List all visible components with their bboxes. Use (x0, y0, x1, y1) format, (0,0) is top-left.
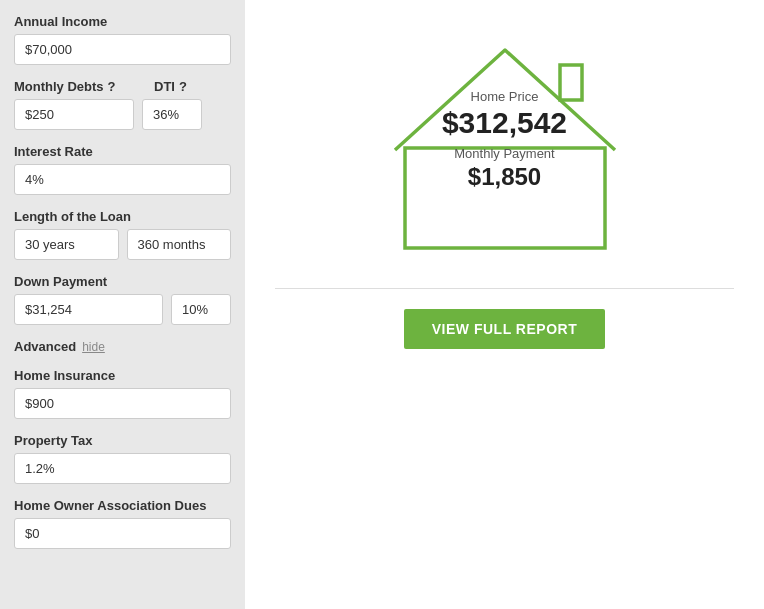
down-payment-group: Down Payment (14, 274, 231, 325)
house-container: Home Price $312,542 Monthly Payment $1,8… (365, 20, 645, 260)
dti-help-icon[interactable]: ? (179, 79, 187, 94)
monthly-debts-label-text: Monthly Debts (14, 79, 104, 94)
hoa-label-text: Home Owner Association Dues (14, 498, 206, 513)
property-tax-input[interactable] (14, 453, 231, 484)
hoa-input[interactable] (14, 518, 231, 549)
property-tax-group: Property Tax (14, 433, 231, 484)
loan-length-label-text: Length of the Loan (14, 209, 131, 224)
interest-rate-group: Interest Rate (14, 144, 231, 195)
down-payment-label: Down Payment (14, 274, 231, 289)
loan-length-group: Length of the Loan (14, 209, 231, 260)
dti-input[interactable] (142, 99, 202, 130)
home-price-label: Home Price (442, 89, 567, 104)
house-content: Home Price $312,542 Monthly Payment $1,8… (442, 89, 567, 191)
annual-income-group: Annual Income (14, 14, 231, 65)
monthly-debts-group: Monthly Debts ? DTI ? (14, 79, 231, 130)
dti-label: DTI ? (154, 79, 187, 94)
annual-income-label: Annual Income (14, 14, 231, 29)
home-insurance-label-text: Home Insurance (14, 368, 115, 383)
loan-months-input[interactable] (127, 229, 232, 260)
dti-label-text: DTI (154, 79, 175, 94)
down-payment-input[interactable] (14, 294, 163, 325)
debts-dti-label-row: Monthly Debts ? DTI ? (14, 79, 231, 94)
monthly-debts-input[interactable] (14, 99, 134, 130)
debts-dti-inputs-row (14, 99, 231, 130)
monthly-payment-label: Monthly Payment (442, 146, 567, 161)
hoa-label: Home Owner Association Dues (14, 498, 231, 513)
hide-link[interactable]: hide (82, 340, 105, 354)
right-panel: Home Price $312,542 Monthly Payment $1,8… (245, 0, 764, 609)
property-tax-label: Property Tax (14, 433, 231, 448)
monthly-debts-label: Monthly Debts ? (14, 79, 154, 94)
interest-rate-input[interactable] (14, 164, 231, 195)
home-insurance-input[interactable] (14, 388, 231, 419)
home-insurance-label: Home Insurance (14, 368, 231, 383)
home-price-value: $312,542 (442, 106, 567, 140)
interest-rate-label: Interest Rate (14, 144, 231, 159)
hoa-group: Home Owner Association Dues (14, 498, 231, 549)
left-panel: Annual Income Monthly Debts ? DTI ? Inte… (0, 0, 245, 609)
loan-years-input[interactable] (14, 229, 119, 260)
monthly-debts-help-icon[interactable]: ? (108, 79, 116, 94)
loan-length-inputs-row (14, 229, 231, 260)
monthly-payment-value: $1,850 (442, 163, 567, 191)
down-payment-pct-input[interactable] (171, 294, 231, 325)
property-tax-label-text: Property Tax (14, 433, 93, 448)
interest-rate-label-text: Interest Rate (14, 144, 93, 159)
divider (275, 288, 734, 289)
loan-length-label: Length of the Loan (14, 209, 231, 224)
annual-income-label-text: Annual Income (14, 14, 107, 29)
advanced-label: Advanced (14, 339, 76, 354)
advanced-row: Advanced hide (14, 339, 231, 354)
home-insurance-group: Home Insurance (14, 368, 231, 419)
down-payment-label-text: Down Payment (14, 274, 107, 289)
view-full-report-button[interactable]: VIEW FULL REPORT (404, 309, 605, 349)
annual-income-input[interactable] (14, 34, 231, 65)
down-payment-inputs-row (14, 294, 231, 325)
